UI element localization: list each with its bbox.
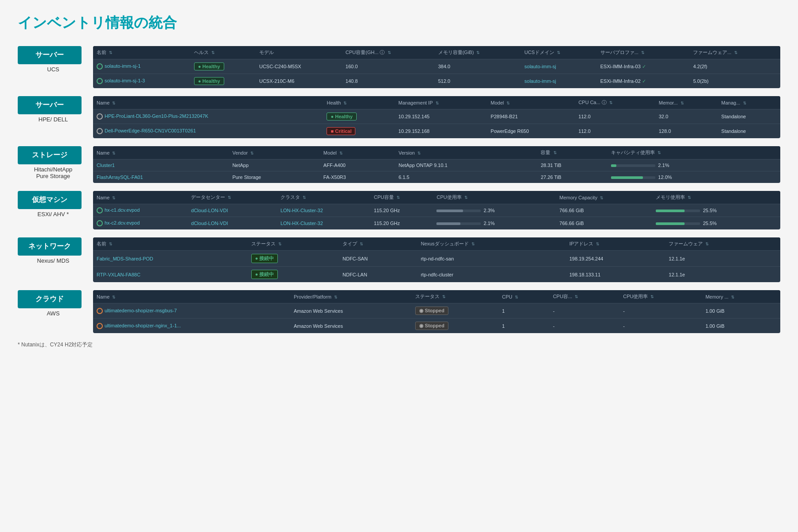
hpe-cell-health: ● Healthy — [323, 109, 395, 124]
storage-col-name: Name ⇅ — [93, 146, 229, 159]
storage-col-model: Model ⇅ — [320, 146, 395, 159]
network-cell-status: ● 接続中 — [248, 267, 339, 283]
storage-label-container: ストレージ Hitachi/NetApp Pure Storage — [18, 146, 89, 179]
cloud-col-name: Name ⇅ — [93, 290, 290, 303]
cloud-cell-memory: 1.00 GiB — [702, 318, 780, 334]
storage-cell-capacity: 28.31 TiB — [537, 159, 607, 171]
cloud-label-container: クラウド AWS — [18, 290, 89, 317]
hpe-cell-memory: 32.0 — [655, 109, 718, 124]
network-cell-type: NDFC-LAN — [339, 267, 417, 283]
network-sub: Nexus/ MDS — [18, 257, 89, 264]
cloud-cell-cpu-usage: - — [619, 303, 702, 318]
ucs-section: サーバー UCS 名前 ⇅ ヘルス ⇅ モデル CPU容量(GH... ⓘ ⇅ … — [18, 46, 780, 88]
storage-cell-name[interactable]: FlashArraySQL-FA01 — [93, 171, 229, 183]
ucs-cell-firmware: 4.2(2f) — [689, 59, 780, 74]
vm-label: 仮想マシン — [18, 191, 82, 209]
cloud-cell-provider: Amazon Web Services — [290, 303, 412, 318]
ucs-cell-name[interactable]: solauto-imm-sj-1-3 — [93, 74, 191, 89]
cloud-header-row: Name ⇅ Provider/Platform ⇅ ステータス ⇅ CPU ⇅… — [93, 290, 780, 303]
network-row-1: RTP-VXLAN-FA88C ● 接続中 NDFC-LAN rtp-ndfc-… — [93, 267, 780, 283]
hpe-table: Name ⇅ Health ⇅ Management IP ⇅ Model ⇅ … — [93, 96, 780, 138]
vm-cell-name[interactable]: hx-c2.dcv.evpod — [93, 217, 187, 230]
storage-section: ストレージ Hitachi/NetApp Pure Storage Name ⇅… — [18, 146, 780, 183]
hpe-header-row: Name ⇅ Health ⇅ Management IP ⇅ Model ⇅ … — [93, 96, 780, 109]
network-label: ネットワーク — [18, 237, 82, 256]
storage-cell-vendor: NetApp — [229, 159, 319, 171]
network-col-name: 名前 ⇅ — [93, 237, 248, 251]
hpe-cell-name[interactable]: HPE-ProLiant-DL360-Gen10-Plus-2M2132047K — [93, 109, 323, 124]
vm-cell-mem-cap: 766.66 GiB — [556, 217, 653, 230]
page-title: インベントリ情報の統合 — [18, 13, 780, 33]
storage-sub: Hitachi/NetApp Pure Storage — [18, 166, 89, 179]
network-col-ip: IPアドレス ⇅ — [566, 237, 665, 251]
ucs-cell-model: UCSX-210C-M6 — [256, 74, 342, 89]
storage-row-0: Cluster1 NetApp AFF-A400 NetApp ONTAP 9.… — [93, 159, 780, 171]
ucs-cell-health: ● Healthy — [191, 74, 256, 89]
network-cell-type: NDFC-SAN — [339, 251, 417, 267]
vm-table: Name ⇅ データセンター ⇅ クラスタ ⇅ CPU容量 ⇅ CPU使用率 ⇅… — [93, 191, 780, 229]
cloud-label: クラウド — [18, 290, 82, 308]
hpe-col-name: Name ⇅ — [93, 96, 323, 109]
ucs-col-profile: サーバプロファ... ⇅ — [597, 46, 690, 59]
vm-cell-mem-usage: 25.5% — [652, 204, 780, 217]
cloud-col-memory: Memory ... ⇅ — [702, 290, 780, 303]
cloud-cell-name[interactable]: ultimatedemo-shopizer-nginx_1-1... — [93, 318, 290, 334]
network-cell-name[interactable]: Fabric_MDS-Shared-POD — [93, 251, 248, 267]
network-cell-status: ● 接続中 — [248, 251, 339, 267]
storage-col-usage: キャパシティ使用率 ⇅ — [607, 146, 780, 159]
ucs-cell-domain[interactable]: solauto-imm-sj — [521, 59, 597, 74]
network-header-row: 名前 ⇅ ステータス ⇅ タイプ ⇅ Nexusダッシュボード ⇅ IPアドレス… — [93, 237, 780, 251]
network-cell-firmware: 12.1.1e — [665, 267, 780, 283]
vm-cell-dc[interactable]: dCloud-LON-VDI — [187, 204, 277, 217]
network-table-container: 名前 ⇅ ステータス ⇅ タイプ ⇅ Nexusダッシュボード ⇅ IPアドレス… — [93, 237, 780, 282]
vm-header-row: Name ⇅ データセンター ⇅ クラスタ ⇅ CPU容量 ⇅ CPU使用率 ⇅… — [93, 191, 780, 204]
vm-cell-cpu-cap: 115.20 GHz — [370, 204, 433, 217]
network-col-type: タイプ ⇅ — [339, 237, 417, 251]
vm-cell-cluster[interactable]: LON-HX-Cluster-32 — [277, 204, 370, 217]
cloud-col-status: ステータス ⇅ — [412, 290, 498, 303]
storage-col-version: Version ⇅ — [395, 146, 537, 159]
network-table: 名前 ⇅ ステータス ⇅ タイプ ⇅ Nexusダッシュボード ⇅ IPアドレス… — [93, 237, 780, 282]
ucs-label: サーバー — [18, 46, 82, 64]
storage-cell-usage: 2.1% — [607, 159, 780, 171]
ucs-cell-name[interactable]: solauto-imm-sj-1 — [93, 59, 191, 74]
network-row-0: Fabric_MDS-Shared-POD ● 接続中 NDFC-SAN rtp… — [93, 251, 780, 267]
storage-cell-name[interactable]: Cluster1 — [93, 159, 229, 171]
cloud-col-provider: Provider/Platform ⇅ — [290, 290, 412, 303]
cloud-cell-name[interactable]: ultimatedemo-shopizer-msgbus-7 — [93, 303, 290, 318]
hpe-cell-cpu: 112.0 — [575, 124, 655, 139]
ucs-cell-domain[interactable]: solauto-imm-sj — [521, 74, 597, 89]
hpe-sub: HPE/ DELL — [18, 116, 89, 123]
hpe-cell-model: P28948-B21 — [487, 109, 575, 124]
network-cell-name[interactable]: RTP-VXLAN-FA88C — [93, 267, 248, 283]
hpe-label: サーバー — [18, 96, 82, 114]
ucs-cell-health: ● Healthy — [191, 59, 256, 74]
vm-col-name: Name ⇅ — [93, 191, 187, 204]
vm-cell-dc[interactable]: dCloud-LON-VDI — [187, 217, 277, 230]
hpe-cell-ip: 10.29.152.145 — [395, 109, 487, 124]
storage-col-capacity: 容量 ⇅ — [537, 146, 607, 159]
hpe-cell-name[interactable]: Dell-PowerEdge-R650-CN1VC0013T0261 — [93, 124, 323, 139]
hpe-col-ip: Management IP ⇅ — [395, 96, 487, 109]
network-section: ネットワーク Nexus/ MDS 名前 ⇅ ステータス ⇅ タイプ ⇅ Nex… — [18, 237, 780, 282]
ucs-col-model: モデル — [256, 46, 342, 59]
cloud-cell-cpu-usage: - — [619, 318, 702, 334]
storage-cell-version: NetApp ONTAP 9.10.1 — [395, 159, 537, 171]
vm-cell-name[interactable]: hx-c1.dcv.evpod — [93, 204, 187, 217]
vm-cell-mem-usage: 25.5% — [652, 217, 780, 230]
storage-header-row: Name ⇅ Vendor ⇅ Model ⇅ Version ⇅ 容量 ⇅ キ… — [93, 146, 780, 159]
vm-cell-cluster[interactable]: LON-HX-Cluster-32 — [277, 217, 370, 230]
vm-table-container: Name ⇅ データセンター ⇅ クラスタ ⇅ CPU容量 ⇅ CPU使用率 ⇅… — [93, 191, 780, 229]
network-cell-dashboard: rtp-nd-ndfc-san — [417, 251, 566, 267]
storage-cell-version: 6.1.5 — [395, 171, 537, 183]
footnote: * Nutanixは、CY24 H2対応予定 — [18, 341, 780, 349]
vm-col-mem-cap: Memory Capacity ⇅ — [556, 191, 653, 204]
ucs-col-health: ヘルス ⇅ — [191, 46, 256, 59]
ucs-table-container: 名前 ⇅ ヘルス ⇅ モデル CPU容量(GH... ⓘ ⇅ メモリ容量(GiB… — [93, 46, 780, 88]
vm-row-0: hx-c1.dcv.evpod dCloud-LON-VDI LON-HX-Cl… — [93, 204, 780, 217]
hpe-cell-cpu: 112.0 — [575, 109, 655, 124]
ucs-cell-memory: 384.0 — [435, 59, 521, 74]
cloud-col-cpu-cap: CPU容... ⇅ — [549, 290, 619, 303]
hpe-cell-memory: 128.0 — [655, 124, 718, 139]
network-col-firmware: ファームウェア ⇅ — [665, 237, 780, 251]
